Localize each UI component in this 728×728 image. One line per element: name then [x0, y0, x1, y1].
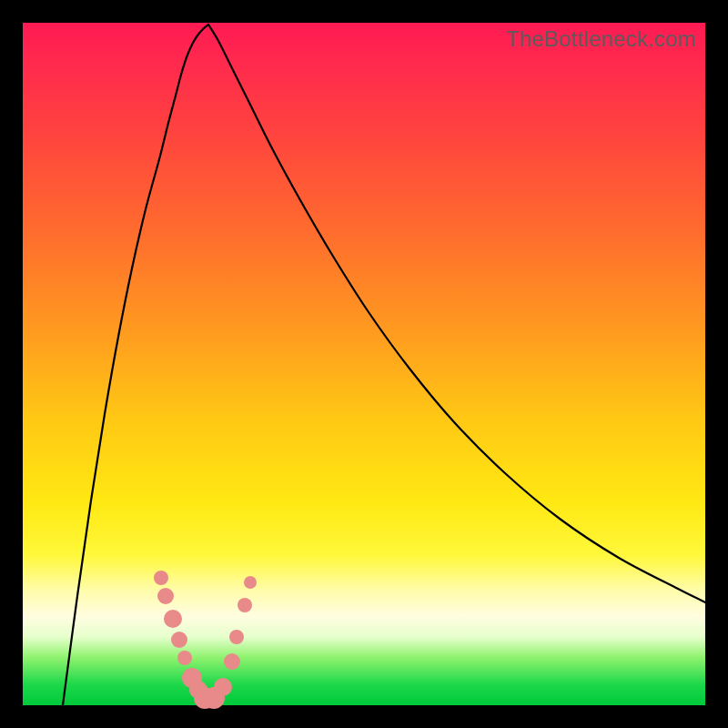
data-marker [171, 632, 187, 648]
marker-group [154, 571, 257, 709]
curve-segment-1 [208, 25, 705, 602]
data-marker [224, 653, 240, 670]
data-marker [177, 651, 192, 665]
data-marker [214, 678, 232, 696]
curve-group [63, 25, 705, 705]
data-marker [244, 576, 257, 589]
data-marker [157, 588, 174, 604]
data-marker [154, 571, 168, 585]
curve-svg [23, 23, 705, 705]
data-marker [229, 630, 244, 644]
plot-area: TheBottleneck.com [23, 23, 705, 705]
chart-frame: TheBottleneck.com [0, 0, 728, 728]
data-marker [164, 610, 182, 628]
data-marker [238, 598, 252, 612]
curve-segment-0 [63, 25, 208, 705]
